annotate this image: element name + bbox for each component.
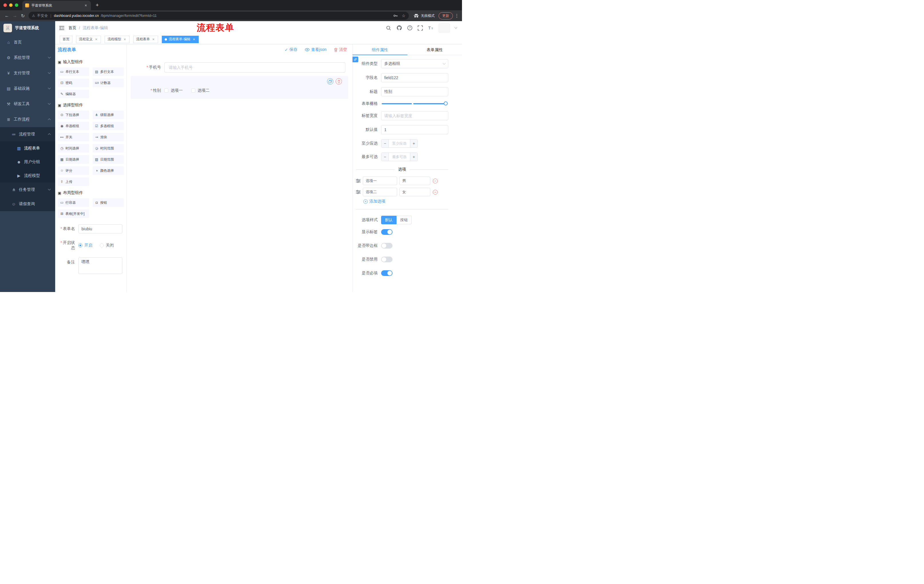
link-toggle-button[interactable] (353, 57, 358, 62)
clear-button[interactable]: 清空 (334, 47, 347, 52)
close-window-button[interactable] (3, 3, 7, 7)
github-icon[interactable] (396, 25, 402, 31)
sidebar-item-home[interactable]: ⌂ 首页 (0, 35, 55, 50)
sidebar-fold-icon[interactable] (55, 21, 68, 35)
palette-item-slider[interactable]: ⊸滑块 (92, 133, 124, 141)
minimize-window-button[interactable] (9, 3, 13, 7)
tag-home[interactable]: 首页 (60, 36, 72, 43)
reload-icon[interactable]: ↻ (19, 12, 27, 20)
sidebar-item-process-form[interactable]: ▥ 流程表单 (0, 141, 55, 155)
add-option-button[interactable]: + 添加选项 (363, 199, 448, 204)
option-1-value-input[interactable] (399, 176, 430, 185)
palette-item-time-range[interactable]: ◶时间范围 (92, 144, 124, 153)
delete-component-button[interactable] (336, 78, 342, 85)
palette-item-checkbox-group[interactable]: ☑多选框组 (92, 122, 124, 130)
sidebar-item-devtools[interactable]: ⚒ 研发工具 (0, 96, 55, 112)
style-default-button[interactable]: 默认 (381, 216, 396, 224)
option-2-name-input[interactable] (363, 188, 397, 196)
bookmark-star-icon[interactable]: ☆ (402, 13, 405, 18)
back-icon[interactable]: ← (3, 12, 11, 20)
form-name-input[interactable] (78, 224, 122, 234)
palette-item-time-picker[interactable]: ◷时间选择 (58, 144, 89, 153)
option-2-value-input[interactable] (399, 188, 430, 196)
palette-item-row-container[interactable]: ▭行容器 (58, 198, 89, 207)
view-json-button[interactable]: 查看json (305, 47, 327, 52)
sidebar-logo[interactable]: 🐰 芋道管理系统 (0, 21, 55, 35)
avatar-caret-icon[interactable] (455, 26, 457, 29)
tag-process-form-edit[interactable]: 流程表单-编辑 × (162, 36, 199, 43)
palette-item-password[interactable]: ⊡密码 (58, 79, 89, 87)
title-input[interactable] (381, 87, 448, 96)
form-remark-textarea[interactable]: 嘿嘿 (78, 257, 122, 274)
max-stepper-input[interactable]: 最多可选 (389, 153, 410, 161)
sidebar-item-process-mgmt[interactable]: ≔ 流程管理 (0, 127, 55, 141)
palette-item-textarea[interactable]: ▤多行文本 (92, 67, 124, 76)
palette-item-radio-group[interactable]: ◉单选框组 (58, 122, 89, 130)
gender-option-1-checkbox[interactable]: 选项一 (164, 88, 183, 93)
field-name-input[interactable] (381, 73, 448, 82)
tag-process-definition[interactable]: 流程定义 × (76, 36, 101, 43)
show-label-switch[interactable] (381, 229, 393, 235)
search-icon[interactable] (386, 25, 391, 31)
save-button[interactable]: ✓保存 (285, 47, 298, 52)
status-off-radio[interactable]: 关闭 (100, 243, 114, 248)
palette-item-date-range[interactable]: ▧日期范围 (92, 155, 124, 164)
password-key-icon[interactable] (393, 13, 398, 18)
plus-icon[interactable]: + (410, 153, 417, 161)
style-button-button[interactable]: 按钮 (396, 216, 412, 224)
update-button[interactable]: 更新 (439, 12, 453, 20)
tag-close-icon[interactable]: × (192, 38, 196, 41)
required-switch[interactable] (381, 270, 393, 276)
help-icon[interactable]: ? (407, 25, 412, 31)
gender-option-2-checkbox[interactable]: 选项二 (191, 88, 210, 93)
browser-menu-icon[interactable]: ⋮ (455, 13, 459, 18)
palette-item-upload[interactable]: ⇪上传 (58, 178, 89, 186)
palette-item-editor[interactable]: ✎编辑器 (58, 90, 89, 98)
zoom-window-button[interactable] (15, 3, 18, 7)
tab-form-props[interactable]: 表单属性 (408, 44, 462, 55)
sidebar-item-system[interactable]: ⚙ 系统管理 (0, 50, 55, 66)
component-type-select[interactable]: 多选框组 (381, 59, 448, 68)
plus-icon[interactable]: + (410, 140, 417, 147)
address-bar[interactable]: ⚠ 不安全 | dashboard.yudao.iocoder.cn/bpm/m… (29, 12, 409, 20)
forward-icon[interactable]: → (11, 12, 19, 20)
sidebar-item-leave-query[interactable]: ☺ 请假查询 (0, 197, 55, 211)
breadcrumb-home[interactable]: 首页 (68, 25, 76, 31)
minus-icon[interactable]: − (381, 140, 389, 147)
fullscreen-icon[interactable] (417, 25, 423, 31)
tab-close-icon[interactable]: × (84, 3, 88, 8)
browser-tab[interactable]: 芋道管理系统 × (22, 0, 91, 10)
sidebar-item-user-group[interactable]: ☻ 用户分组 (0, 155, 55, 169)
minus-icon[interactable]: − (381, 153, 389, 161)
tag-close-icon[interactable]: × (152, 38, 155, 41)
user-avatar[interactable] (439, 23, 450, 33)
palette-item-select[interactable]: ⊙下拉选择 (58, 110, 89, 119)
palette-item-rate[interactable]: ☆评分 (58, 166, 89, 175)
sidebar-item-payment[interactable]: ¥ 支付管理 (0, 66, 55, 81)
remove-option-button[interactable]: − (433, 190, 438, 194)
option-1-name-input[interactable] (363, 176, 397, 185)
border-switch[interactable] (381, 243, 393, 248)
sidebar-item-process-model[interactable]: ▶ 流程模型 (0, 169, 55, 183)
new-tab-button[interactable]: + (93, 1, 101, 9)
status-on-radio[interactable]: 开启 (78, 243, 92, 248)
palette-item-table[interactable]: ⊞表格[开发中] (58, 209, 89, 218)
tag-process-model[interactable]: 流程模型 × (105, 36, 130, 43)
disabled-switch[interactable] (381, 257, 393, 262)
phone-input[interactable] (164, 62, 345, 72)
palette-item-date-picker[interactable]: ▦日期选择 (58, 155, 89, 164)
tag-process-form[interactable]: 流程表单 × (133, 36, 158, 43)
palette-item-button[interactable]: ◘按钮 (92, 198, 124, 207)
sidebar-item-infrastructure[interactable]: ▤ 基础设施 (0, 81, 55, 96)
font-size-icon[interactable]: TT (428, 25, 434, 31)
tag-close-icon[interactable]: × (123, 38, 127, 41)
sidebar-item-task-mgmt[interactable]: ⋔ 任务管理 (0, 183, 55, 197)
field-gender-selected[interactable]: *性别 选项一 选项二 (130, 76, 348, 99)
palette-item-color-picker[interactable]: ◑颜色选择 (92, 166, 124, 175)
palette-item-counter[interactable]: 123计数器 (92, 79, 124, 87)
default-value-input[interactable] (381, 125, 448, 134)
remove-option-button[interactable]: − (433, 179, 438, 183)
palette-item-input-text[interactable]: ▭单行文本 (58, 67, 89, 76)
palette-item-cascader[interactable]: ⋔级联选择 (92, 110, 124, 119)
field-phone[interactable]: *手机号 (130, 62, 348, 72)
